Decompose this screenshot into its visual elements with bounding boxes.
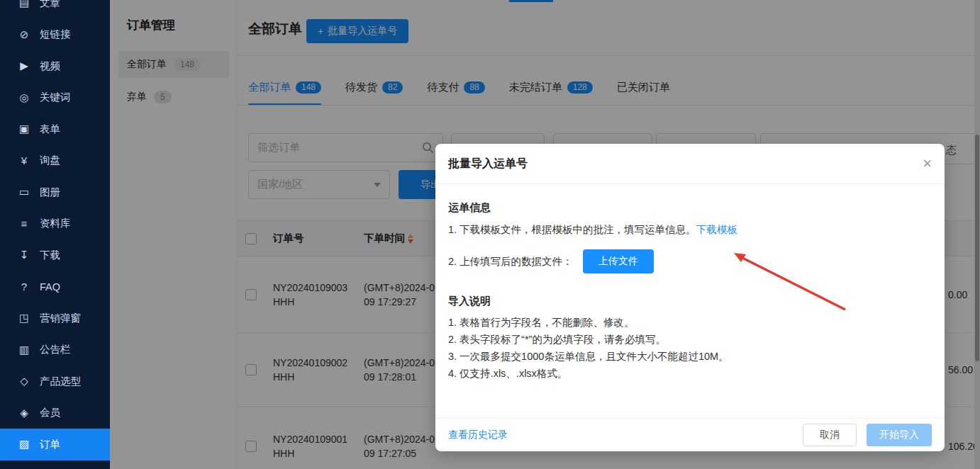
step1-line: 1. 下载模板文件，根据模板中的批注，填写运单信息。下载模板 bbox=[448, 223, 932, 237]
view-history-link[interactable]: 查看历史记录 bbox=[448, 429, 508, 441]
sidebar-item-order[interactable]: ▨订单 bbox=[0, 429, 110, 460]
step2-text: 2. 上传填写后的数据文件： bbox=[448, 255, 573, 269]
sidebar-item-product[interactable]: ◇产品选型 bbox=[0, 366, 110, 397]
form-icon: ▣ bbox=[18, 123, 30, 135]
sidebar-item-label: 下载 bbox=[40, 249, 60, 262]
sidebar-item-label: 产品选型 bbox=[40, 375, 81, 388]
sidebar-item-popup[interactable]: ◳营销弹窗 bbox=[0, 303, 110, 334]
download-template-link[interactable]: 下载模板 bbox=[696, 224, 737, 235]
import-notes: 1. 表格首行为字段名，不能删除、修改。2. 表头字段标了“*”的为必填字段，请… bbox=[448, 314, 932, 382]
sidebar-menu: ▤文章⊘短链接▶视频◎关键词▣表单¥询盘▭图册≡资料库↧下载?FAQ◳营销弹窗▥… bbox=[0, 0, 110, 460]
main-sidebar: ▤文章⊘短链接▶视频◎关键词▣表单¥询盘▭图册≡资料库↧下载?FAQ◳营销弹窗▥… bbox=[0, 0, 110, 469]
library-icon: ≡ bbox=[18, 217, 30, 230]
sidebar-item-inquiry[interactable]: ¥询盘 bbox=[0, 145, 110, 177]
import-note-line: 3. 一次最多提交1000条运单信息，且文件大小不能超过10M。 bbox=[448, 348, 932, 365]
modal-title: 批量导入运单号 bbox=[448, 157, 528, 171]
sidebar-item-label: 文章 bbox=[40, 0, 60, 10]
sidebar-item-short-link[interactable]: ⊘短链接 bbox=[0, 19, 110, 51]
sidebar-item-library[interactable]: ≡资料库 bbox=[0, 208, 110, 240]
sidebar-item-label: 公告栏 bbox=[40, 343, 71, 356]
import-note-line: 2. 表头字段标了“*”的为必填字段，请务必填写。 bbox=[448, 331, 932, 348]
sidebar-item-download[interactable]: ↧下载 bbox=[0, 239, 110, 271]
video-icon: ▶ bbox=[18, 60, 30, 72]
close-icon[interactable]: × bbox=[923, 156, 932, 171]
sidebar-item-label: 图册 bbox=[40, 186, 60, 199]
sidebar-item-label: 关键词 bbox=[40, 91, 71, 104]
step2-line: 2. 上传填写后的数据文件： 上传文件 bbox=[448, 249, 932, 273]
keyword-icon: ◎ bbox=[18, 91, 30, 104]
import-note-line: 1. 表格首行为字段名，不能删除、修改。 bbox=[448, 314, 932, 331]
modal-footer: 查看历史记录 取消 开始导入 bbox=[435, 418, 945, 451]
download-icon: ↧ bbox=[18, 249, 30, 261]
popup-icon: ◳ bbox=[18, 312, 30, 324]
cancel-button[interactable]: 取消 bbox=[803, 424, 857, 446]
sidebar-item-label: 资料库 bbox=[40, 217, 71, 230]
sidebar-item-form[interactable]: ▣表单 bbox=[0, 113, 110, 145]
sidebar-item-label: 视频 bbox=[40, 60, 60, 73]
sidebar-item-label: 订单 bbox=[40, 438, 60, 451]
faq-icon: ? bbox=[18, 281, 30, 293]
sidebar-item-member[interactable]: ◈会员 bbox=[0, 397, 110, 429]
sidebar-item-label: 表单 bbox=[40, 123, 60, 136]
modal-body: 运单信息 1. 下载模板文件，根据模板中的批注，填写运单信息。下载模板 2. 上… bbox=[435, 184, 945, 382]
inquiry-icon: ¥ bbox=[18, 154, 30, 166]
notes-section-title: 导入说明 bbox=[448, 295, 932, 308]
product-icon: ◇ bbox=[18, 375, 30, 388]
sidebar-item-label: 会员 bbox=[40, 406, 60, 419]
sidebar-item-video[interactable]: ▶视频 bbox=[0, 50, 110, 82]
gallery-icon: ▭ bbox=[18, 186, 30, 198]
sidebar-item-faq[interactable]: ?FAQ bbox=[0, 271, 110, 303]
sidebar-item-board[interactable]: ▥公告栏 bbox=[0, 334, 110, 366]
member-icon: ◈ bbox=[18, 407, 30, 419]
sidebar-item-label: FAQ bbox=[40, 281, 60, 293]
bulk-import-modal: 批量导入运单号 × 运单信息 1. 下载模板文件，根据模板中的批注，填写运单信息… bbox=[435, 144, 945, 451]
order-icon: ▨ bbox=[18, 438, 30, 451]
start-import-button[interactable]: 开始导入 bbox=[867, 424, 932, 446]
modal-header: 批量导入运单号 × bbox=[435, 144, 945, 184]
upload-file-button[interactable]: 上传文件 bbox=[583, 249, 654, 273]
waybill-section-title: 运单信息 bbox=[448, 201, 932, 215]
step1-text: 1. 下载模板文件，根据模板中的批注，填写运单信息。 bbox=[448, 224, 696, 235]
sidebar-item-label: 短链接 bbox=[40, 28, 71, 41]
sidebar-item-gallery[interactable]: ▭图册 bbox=[0, 176, 110, 208]
article-icon: ▤ bbox=[18, 0, 30, 9]
board-icon: ▥ bbox=[18, 344, 30, 356]
sidebar-item-label: 询盘 bbox=[40, 154, 60, 167]
import-note-line: 4. 仅支持.xls、.xlsx格式。 bbox=[448, 365, 932, 382]
sidebar-item-keyword[interactable]: ◎关键词 bbox=[0, 82, 110, 114]
short-link-icon: ⊘ bbox=[18, 28, 30, 41]
sidebar-item-article[interactable]: ▤文章 bbox=[0, 0, 110, 19]
sidebar-item-label: 营销弹窗 bbox=[40, 312, 81, 325]
